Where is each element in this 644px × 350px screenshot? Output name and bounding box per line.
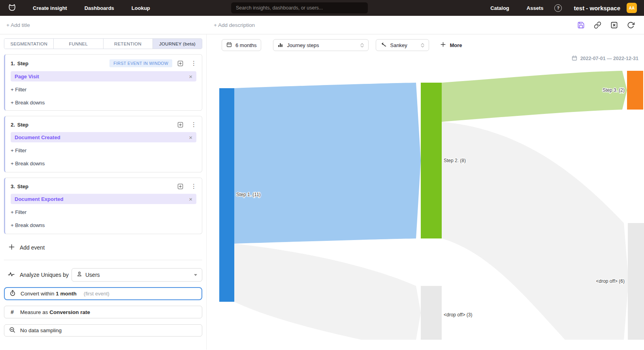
- sankey-link-step2-step3[interactable]: [442, 71, 627, 122]
- bar-chart-icon: [278, 42, 283, 49]
- help-icon[interactable]: ?: [554, 4, 562, 12]
- add-filter-button[interactable]: + Filter: [11, 148, 26, 153]
- step-number: 1.: [11, 61, 15, 66]
- global-search: [231, 2, 368, 13]
- tab-funnel[interactable]: FUNNEL: [54, 39, 103, 49]
- step-card-header: 3. Step ⋮: [11, 183, 196, 190]
- calendar-icon: [226, 42, 232, 49]
- view-type-select[interactable]: Journey steps: [273, 39, 369, 51]
- sankey-node-dropoff-3[interactable]: [421, 286, 442, 340]
- sankey-link-step1-step2[interactable]: [234, 83, 421, 244]
- kebab-menu-icon[interactable]: ⋮: [191, 60, 196, 67]
- select-chevrons-icon: [360, 43, 364, 47]
- date-range-text: 2022-07-01 — 2022-12-31: [580, 56, 638, 61]
- add-filter-button[interactable]: + Filter: [11, 87, 26, 93]
- divider: [4, 260, 202, 260]
- add-breakdown-button[interactable]: + Break downs: [11, 161, 45, 166]
- search-input[interactable]: [231, 2, 368, 13]
- hash-icon: #: [9, 309, 15, 315]
- add-breakdown-button[interactable]: + Break downs: [11, 222, 45, 228]
- nav-create-insight[interactable]: Create insight: [33, 5, 67, 11]
- analyze-by-select[interactable]: Users: [72, 268, 202, 282]
- date-range-label: 6 months: [235, 42, 256, 48]
- add-event-button[interactable]: Add event: [4, 241, 45, 254]
- add-title-field[interactable]: + Add title: [6, 22, 30, 28]
- sankey-label-step1: Step 1. (11): [236, 192, 261, 197]
- sankey-link-step2-dropoff[interactable]: [442, 122, 629, 340]
- add-breakdown-button[interactable]: + Break downs: [11, 100, 45, 106]
- sankey-label-step2: Step 2. (8): [444, 158, 466, 163]
- chart-type-select[interactable]: Sankey: [376, 39, 429, 51]
- insight-type-tabs: SEGMENTATION FUNNEL RETENTION JOURNEY (b…: [4, 38, 202, 49]
- chart-date-range[interactable]: 2022-07-01 — 2022-12-31: [207, 55, 638, 62]
- view-type-value: Journey steps: [287, 42, 319, 48]
- step-card-header: 1. Step FIRST EVENT IN WINDOW ⋮: [11, 59, 196, 67]
- conversion-window-field[interactable]: Convert within 1 month (first event): [4, 287, 202, 300]
- analyze-by-value: Users: [85, 272, 100, 278]
- nav-catalog[interactable]: Catalog: [490, 5, 509, 11]
- step-title: Step: [17, 61, 28, 66]
- config-panel: SEGMENTATION FUNNEL RETENTION JOURNEY (b…: [0, 34, 207, 350]
- header-actions: [577, 21, 644, 29]
- close-icon[interactable]: ×: [189, 196, 192, 202]
- sankey-link-step1-dropoff[interactable]: [234, 244, 421, 340]
- sankey-label-dropoff-6: <drop off> (6): [596, 278, 625, 284]
- first-event-badge: FIRST EVENT IN WINDOW: [109, 59, 172, 67]
- tab-retention[interactable]: RETENTION: [104, 39, 153, 49]
- conversion-window-text: Convert within 1 month: [21, 291, 77, 297]
- sankey-node-dropoff-6[interactable]: [628, 223, 644, 340]
- plus-icon: [441, 42, 446, 49]
- close-icon[interactable]: ×: [189, 134, 192, 140]
- copy-link-icon[interactable]: [593, 21, 601, 29]
- step-card-2: 2. Step ⋮ Document Created × + Filter + …: [4, 116, 202, 172]
- add-filter-button[interactable]: + Filter: [11, 209, 26, 215]
- event-pill[interactable]: Page Visit ×: [11, 71, 196, 81]
- save-icon[interactable]: [577, 21, 585, 29]
- add-event-to-step-icon[interactable]: [177, 121, 184, 128]
- event-pill[interactable]: Document Created ×: [11, 132, 196, 142]
- sankey-node-step2[interactable]: [421, 83, 442, 238]
- chart-type-value: Sankey: [390, 42, 407, 48]
- app-logo-cat-icon[interactable]: [7, 3, 17, 13]
- sankey-label-step3: Step 3. (2): [603, 87, 625, 93]
- step-card-header: 2. Step ⋮: [11, 121, 196, 128]
- step-number: 2.: [11, 122, 15, 128]
- close-icon[interactable]: ×: [189, 74, 192, 79]
- insight-header: + Add title + Add description: [0, 16, 644, 34]
- more-button[interactable]: More: [441, 42, 462, 49]
- workspace-name[interactable]: test - workspace: [574, 5, 620, 11]
- avatar[interactable]: AA: [627, 3, 637, 13]
- sankey-node-step1[interactable]: [219, 88, 234, 302]
- clear-insight-icon[interactable]: [610, 21, 618, 29]
- refresh-icon[interactable]: [627, 21, 635, 29]
- stopwatch-icon: [9, 290, 16, 298]
- event-pill[interactable]: Document Exported ×: [11, 194, 196, 204]
- magnifier-minus-icon: [9, 327, 15, 335]
- add-event-to-step-icon[interactable]: [177, 183, 184, 190]
- data-sampling-text: No data sampling: [20, 327, 62, 333]
- add-event-to-step-icon[interactable]: [177, 60, 184, 67]
- chart-toolbar: 6 months Journey steps Sankey: [222, 39, 644, 51]
- conversion-window-placeholder: (first event): [84, 291, 109, 297]
- event-name: Page Visit: [15, 74, 39, 79]
- tab-journey[interactable]: JOURNEY (beta): [153, 39, 202, 49]
- kebab-menu-icon[interactable]: ⋮: [191, 121, 196, 128]
- chevron-down-icon: [194, 274, 197, 276]
- date-range-button[interactable]: 6 months: [222, 39, 261, 51]
- sankey-node-step3[interactable]: [627, 71, 643, 110]
- nav-lookup[interactable]: Lookup: [132, 5, 150, 11]
- nav-dashboards[interactable]: Dashboards: [85, 5, 114, 11]
- sankey-chart: Step 1. (11) Step 2. (8) Step 3. (2) <dr…: [211, 63, 644, 340]
- measure-as-field[interactable]: # Measure as Conversion rate: [4, 306, 202, 318]
- add-event-label: Add event: [20, 244, 45, 251]
- kebab-menu-icon[interactable]: ⋮: [191, 183, 196, 190]
- nav-assets[interactable]: Assets: [527, 5, 544, 11]
- data-sampling-field[interactable]: No data sampling: [4, 324, 202, 337]
- step-title: Step: [17, 184, 28, 189]
- tab-segmentation[interactable]: SEGMENTATION: [4, 39, 54, 49]
- user-icon: [77, 271, 82, 278]
- calendar-icon: [572, 55, 577, 62]
- add-description-field[interactable]: + Add description: [214, 22, 255, 28]
- top-nav: Create insight Dashboards Lookup Catalog…: [0, 0, 644, 16]
- chart-panel: 6 months Journey steps Sankey: [207, 34, 644, 350]
